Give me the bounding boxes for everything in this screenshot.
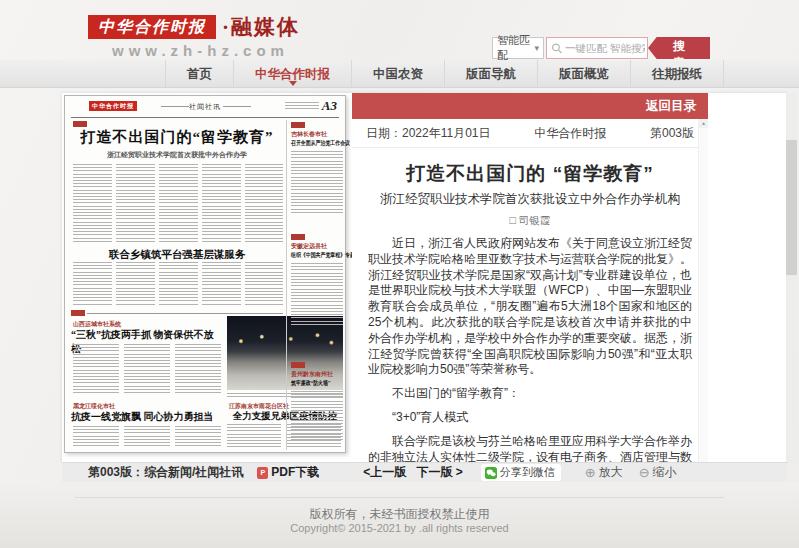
nav-item-china-agri[interactable]: 中国农资 — [352, 60, 445, 87]
thumb-mid-body-text — [73, 262, 283, 307]
thumb-kicker: 吉林长春市社 — [291, 130, 343, 139]
thumb-page-label: A3 — [322, 98, 337, 114]
search-input-wrap — [546, 37, 648, 59]
article-title: 打造不出国门的 “留学教育” — [362, 161, 698, 187]
wechat-share-button[interactable]: 分享到微信 — [481, 464, 561, 481]
site-logo[interactable]: 中华合作时报 ·融媒体 — [88, 13, 300, 41]
article-paper-name: 中华合作时报 — [534, 125, 606, 142]
nav-item-label: 中华合作时报 — [255, 67, 330, 81]
nav-item-page-nav[interactable]: 版面导航 — [445, 60, 538, 87]
article-author: □ 司银霞 — [362, 214, 698, 228]
thumb-right-headline-2[interactable]: 组织《中国共产党章程》专题学习会 — [291, 251, 334, 260]
article-paragraph: 不出国门的“留学教育”： — [368, 386, 692, 402]
site-url: www.zh-hz.com — [112, 42, 289, 59]
search-bar: 智能匹配 ▾ 搜 索 — [492, 37, 710, 59]
article-tag — [291, 362, 305, 368]
nav-item-page-overview[interactable]: 版面概览 — [538, 60, 631, 87]
page-scrollbar[interactable] — [786, 93, 797, 462]
page-section-info: 第003版：综合新闻/社闻社讯 — [88, 464, 243, 481]
article-tag — [291, 122, 305, 128]
thumb-right-article: 贵州黔东南州社 筑牢廉政“防火墙” — [291, 362, 343, 441]
pdf-download-button[interactable]: P PDF下载 — [257, 464, 319, 481]
section-divider — [87, 313, 283, 314]
scrollbar-up-arrow-icon[interactable]: ▲ — [699, 119, 708, 128]
search-mode-select[interactable]: 智能匹配 ▾ — [492, 37, 544, 59]
zoom-in-button[interactable]: ⊕ 放大 — [585, 464, 623, 481]
column-rule — [286, 120, 287, 450]
nav-item-past-issues[interactable]: 往期报纸 — [631, 60, 724, 87]
copyright-notice-en: Copyright© 2015-2021 by .all rights rese… — [0, 522, 799, 534]
decorative-rule — [223, 106, 251, 107]
thumb-right-headline-1[interactable]: 召开全面从严治党工作会议 — [291, 139, 334, 148]
thumb-kicker: 安徽定远县社 — [291, 242, 343, 251]
thumb-mid-headline[interactable]: 联合乡镇筑平台强基层谋服务 — [71, 248, 283, 262]
thumb-sec3-body-text — [73, 344, 221, 394]
thumb-folio-text — [285, 102, 319, 110]
next-page-button[interactable]: 下一版 > — [416, 464, 462, 481]
reader-header-bar: 返回目录 — [352, 93, 708, 119]
search-mode-label: 智能匹配 — [497, 33, 534, 63]
footer-divider — [75, 497, 724, 498]
bottom-toolbar: 第003版：综合新闻/社闻社讯 P PDF下载 <上一版 下一版 > 分享到微信… — [62, 462, 787, 482]
page: 中华合作时报 ·融媒体 www.zh-hz.com 智能匹配 ▾ 搜 索 首页 … — [0, 0, 799, 548]
thumb-kicker: 贵州黔东南州社 — [291, 370, 343, 379]
article-paragraph: 联合学院是该校与芬兰哈格哈里亚应用科学大学合作举办的非独立法人实体性二级学院，设… — [368, 434, 692, 462]
plus-circle-icon: ⊕ — [585, 465, 596, 480]
article-subtitle: 浙江经贸职业技术学院首次获批设立中外合作办学机构 — [362, 191, 698, 208]
copyright-notice-cn: 版权所有，未经书面授权禁止使用 — [0, 506, 799, 523]
thumb-main-headline[interactable]: 打造不出国门的“留学教育” — [71, 128, 283, 147]
thumb-right-article: 安徽定远县社 组织《中国共产党章程》专题学习会 — [291, 234, 343, 325]
thumb-right-body-text — [291, 151, 343, 213]
masthead-rule — [71, 117, 339, 118]
newspaper-page-thumbnail[interactable]: 中华合作时报 社闻社讯 A3 打造不出国门的“留学教育” 浙江经贸职业技术学院首… — [64, 95, 346, 453]
logo-suffix: ·融媒体 — [222, 13, 300, 41]
article-paragraph: 近日，浙江省人民政府网站发布《关于同意设立浙江经贸职业技术学院哈格哈里亚数字技术… — [368, 236, 692, 378]
wechat-icon — [485, 467, 497, 479]
nav-item-home[interactable]: 首页 — [165, 60, 234, 87]
pdf-download-label: PDF下载 — [271, 464, 319, 481]
article-tag — [291, 234, 305, 240]
article-date: 日期：2022年11月01日 — [366, 125, 491, 142]
footer: 版权所有，未经书面授权禁止使用 Copyright© 2015-2021 by … — [0, 482, 799, 548]
zoom-in-label: 放大 — [599, 464, 623, 481]
article-page-number: 第003版 — [650, 125, 694, 142]
search-icon — [551, 42, 563, 55]
article-reader: 日期：2022年11月01日 中华合作时报 第003版 打造不出国门的 “留学教… — [352, 119, 708, 462]
wechat-share-label: 分享到微信 — [500, 465, 555, 480]
thumb-right-body-text — [291, 263, 343, 325]
minus-circle-icon: ⊖ — [639, 465, 650, 480]
nav-item-zhhz-times[interactable]: 中华合作时报 — [234, 60, 352, 87]
thumb-right-body-text — [291, 391, 343, 441]
main-nav: 首页 中华合作时报 中国农资 版面导航 版面概览 往期报纸 — [0, 60, 799, 88]
article-meta-row: 日期：2022年11月01日 中华合作时报 第003版 — [352, 119, 708, 148]
search-input[interactable] — [563, 41, 647, 55]
pdf-icon: P — [257, 467, 268, 479]
zoom-out-label: 缩小 — [653, 464, 677, 481]
article-tag — [71, 310, 85, 316]
active-nav-indicator — [289, 81, 297, 86]
thumb-sec4-headline[interactable]: 抗疫一线党旗飘 同心协力勇担当 — [71, 410, 221, 424]
thumb-right-article: 吉林长春市社 召开全面从严治党工作会议 — [291, 122, 343, 213]
search-button[interactable]: 搜 索 — [648, 37, 710, 59]
article-tag — [73, 121, 87, 127]
decorative-rule — [161, 106, 189, 107]
logo-box: 中华合作时报 — [88, 15, 216, 39]
article-paragraph: “3+0”育人模式 — [368, 410, 692, 426]
zoom-out-button[interactable]: ⊖ 缩小 — [639, 464, 677, 481]
thumb-right-headline-3[interactable]: 筑牢廉政“防火墙” — [291, 379, 334, 388]
thumb-sec4-body-text — [73, 426, 221, 448]
previous-page-button[interactable]: <上一版 — [363, 464, 406, 481]
thumb-main-subhead: 浙江经贸职业技术学院首次获批中外合作办学 — [71, 150, 283, 160]
chevron-down-icon: ▾ — [534, 43, 539, 53]
back-to-toc-button[interactable]: 返回目录 — [646, 99, 696, 113]
page-scrollbar-thumb[interactable] — [786, 140, 797, 275]
reader-scrollbar[interactable]: ▲ — [698, 119, 708, 462]
thumb-main-body-text — [73, 164, 283, 244]
